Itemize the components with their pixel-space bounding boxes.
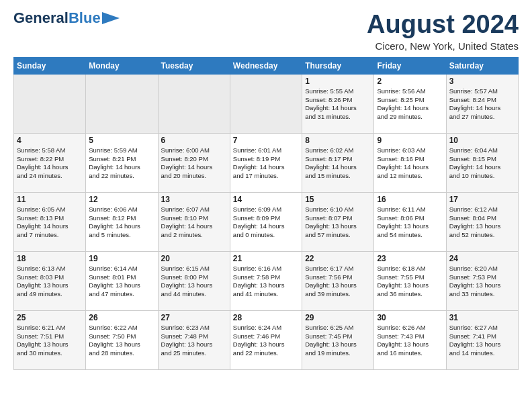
cell-info: Sunrise: 6:27 AM Sunset: 7:41 PM Dayligh…: [449, 324, 515, 358]
day-number: 25: [17, 313, 83, 322]
weekday-header: Tuesday: [158, 57, 230, 74]
calendar-cell: 24Sunrise: 6:20 AM Sunset: 7:53 PM Dayli…: [446, 251, 518, 310]
calendar-cell: [14, 74, 86, 133]
cell-info: Sunrise: 6:11 AM Sunset: 8:06 PM Dayligh…: [377, 205, 443, 240]
calendar-week-row: 1Sunrise: 5:55 AM Sunset: 8:26 PM Daylig…: [14, 74, 519, 133]
cell-info: Sunrise: 6:21 AM Sunset: 7:51 PM Dayligh…: [17, 324, 83, 358]
cell-info: Sunrise: 6:23 AM Sunset: 7:48 PM Dayligh…: [161, 324, 227, 358]
day-number: 23: [377, 254, 443, 263]
cell-info: Sunrise: 6:05 AM Sunset: 8:13 PM Dayligh…: [17, 205, 83, 240]
calendar-table: SundayMondayTuesdayWednesdayThursdayFrid…: [13, 57, 519, 370]
weekday-header: Saturday: [446, 57, 518, 74]
cell-info: Sunrise: 5:58 AM Sunset: 8:22 PM Dayligh…: [17, 146, 83, 181]
calendar-week-row: 18Sunrise: 6:13 AM Sunset: 8:03 PM Dayli…: [14, 251, 519, 310]
day-number: 11: [17, 195, 83, 204]
weekday-header: Monday: [86, 57, 158, 74]
day-number: 14: [233, 195, 299, 204]
day-number: 1: [305, 77, 371, 86]
svg-marker-0: [102, 12, 120, 24]
calendar-cell: 7Sunrise: 6:01 AM Sunset: 8:19 PM Daylig…: [230, 133, 302, 192]
cell-info: Sunrise: 6:25 AM Sunset: 7:45 PM Dayligh…: [305, 324, 371, 358]
day-number: 30: [377, 313, 443, 322]
day-number: 12: [89, 195, 154, 204]
cell-info: Sunrise: 5:57 AM Sunset: 8:24 PM Dayligh…: [449, 87, 515, 122]
cell-info: Sunrise: 6:10 AM Sunset: 8:07 PM Dayligh…: [305, 205, 371, 240]
day-number: 8: [305, 136, 371, 145]
weekday-header: Thursday: [302, 57, 374, 74]
calendar-cell: 15Sunrise: 6:10 AM Sunset: 8:07 PM Dayli…: [302, 192, 374, 251]
calendar-header-row: SundayMondayTuesdayWednesdayThursdayFrid…: [14, 57, 519, 74]
cell-info: Sunrise: 6:09 AM Sunset: 8:09 PM Dayligh…: [233, 205, 299, 240]
day-number: 2: [377, 77, 443, 86]
location: Cicero, New York, United States: [367, 40, 519, 52]
day-number: 20: [161, 254, 227, 263]
calendar-cell: [158, 74, 230, 133]
day-number: 4: [17, 136, 83, 145]
logo-arrow-icon: [102, 12, 120, 24]
cell-info: Sunrise: 6:01 AM Sunset: 8:19 PM Dayligh…: [233, 146, 299, 181]
cell-info: Sunrise: 5:59 AM Sunset: 8:21 PM Dayligh…: [89, 146, 154, 181]
calendar-cell: 12Sunrise: 6:06 AM Sunset: 8:12 PM Dayli…: [86, 192, 158, 251]
cell-info: Sunrise: 6:06 AM Sunset: 8:12 PM Dayligh…: [89, 205, 154, 240]
logo-text: GeneralBlue: [13, 11, 101, 26]
calendar-cell: 22Sunrise: 6:17 AM Sunset: 7:56 PM Dayli…: [302, 251, 374, 310]
day-number: 18: [17, 254, 83, 263]
cell-info: Sunrise: 5:55 AM Sunset: 8:26 PM Dayligh…: [305, 87, 371, 122]
day-number: 7: [233, 136, 299, 145]
calendar-cell: 20Sunrise: 6:15 AM Sunset: 8:00 PM Dayli…: [158, 251, 230, 310]
calendar-cell: 2Sunrise: 5:56 AM Sunset: 8:25 PM Daylig…: [374, 74, 446, 133]
calendar-cell: 28Sunrise: 6:24 AM Sunset: 7:46 PM Dayli…: [230, 310, 302, 369]
calendar-cell: 21Sunrise: 6:16 AM Sunset: 7:58 PM Dayli…: [230, 251, 302, 310]
day-number: 24: [449, 254, 515, 263]
month-title: August 2024: [367, 11, 519, 39]
day-number: 31: [449, 313, 515, 322]
cell-info: Sunrise: 6:03 AM Sunset: 8:16 PM Dayligh…: [377, 146, 443, 181]
day-number: 27: [161, 313, 227, 322]
day-number: 13: [161, 195, 227, 204]
day-number: 15: [305, 195, 371, 204]
day-number: 22: [305, 254, 371, 263]
calendar-cell: [86, 74, 158, 133]
cell-info: Sunrise: 6:00 AM Sunset: 8:20 PM Dayligh…: [161, 146, 227, 181]
calendar-cell: 29Sunrise: 6:25 AM Sunset: 7:45 PM Dayli…: [302, 310, 374, 369]
title-area: August 2024 Cicero, New York, United Sta…: [367, 11, 519, 52]
calendar-cell: 14Sunrise: 6:09 AM Sunset: 8:09 PM Dayli…: [230, 192, 302, 251]
cell-info: Sunrise: 6:17 AM Sunset: 7:56 PM Dayligh…: [305, 265, 371, 299]
day-number: 9: [377, 136, 443, 145]
logo: GeneralBlue: [13, 11, 120, 26]
calendar-cell: 5Sunrise: 5:59 AM Sunset: 8:21 PM Daylig…: [86, 133, 158, 192]
calendar-cell: 8Sunrise: 6:02 AM Sunset: 8:17 PM Daylig…: [302, 133, 374, 192]
calendar-cell: 10Sunrise: 6:04 AM Sunset: 8:15 PM Dayli…: [446, 133, 518, 192]
calendar-cell: 4Sunrise: 5:58 AM Sunset: 8:22 PM Daylig…: [14, 133, 86, 192]
calendar-cell: 31Sunrise: 6:27 AM Sunset: 7:41 PM Dayli…: [446, 310, 518, 369]
cell-info: Sunrise: 6:07 AM Sunset: 8:10 PM Dayligh…: [161, 205, 227, 240]
calendar-week-row: 25Sunrise: 6:21 AM Sunset: 7:51 PM Dayli…: [14, 310, 519, 369]
weekday-header: Friday: [374, 57, 446, 74]
day-number: 26: [89, 313, 154, 322]
cell-info: Sunrise: 6:16 AM Sunset: 7:58 PM Dayligh…: [233, 265, 299, 299]
day-number: 19: [89, 254, 154, 263]
calendar-cell: 1Sunrise: 5:55 AM Sunset: 8:26 PM Daylig…: [302, 74, 374, 133]
day-number: 16: [377, 195, 443, 204]
day-number: 3: [449, 77, 515, 86]
day-number: 10: [449, 136, 515, 145]
calendar-cell: 18Sunrise: 6:13 AM Sunset: 8:03 PM Dayli…: [14, 251, 86, 310]
calendar-week-row: 11Sunrise: 6:05 AM Sunset: 8:13 PM Dayli…: [14, 192, 519, 251]
calendar-body: 1Sunrise: 5:55 AM Sunset: 8:26 PM Daylig…: [14, 74, 519, 369]
calendar-cell: 16Sunrise: 6:11 AM Sunset: 8:06 PM Dayli…: [374, 192, 446, 251]
cell-info: Sunrise: 6:14 AM Sunset: 8:01 PM Dayligh…: [89, 265, 154, 299]
calendar-cell: [230, 74, 302, 133]
calendar-cell: 26Sunrise: 6:22 AM Sunset: 7:50 PM Dayli…: [86, 310, 158, 369]
day-number: 28: [233, 313, 299, 322]
cell-info: Sunrise: 6:26 AM Sunset: 7:43 PM Dayligh…: [377, 324, 443, 358]
day-number: 6: [161, 136, 227, 145]
cell-info: Sunrise: 6:22 AM Sunset: 7:50 PM Dayligh…: [89, 324, 154, 358]
calendar-cell: 17Sunrise: 6:12 AM Sunset: 8:04 PM Dayli…: [446, 192, 518, 251]
calendar-cell: 23Sunrise: 6:18 AM Sunset: 7:55 PM Dayli…: [374, 251, 446, 310]
calendar-cell: 13Sunrise: 6:07 AM Sunset: 8:10 PM Dayli…: [158, 192, 230, 251]
cell-info: Sunrise: 6:24 AM Sunset: 7:46 PM Dayligh…: [233, 324, 299, 358]
cell-info: Sunrise: 6:02 AM Sunset: 8:17 PM Dayligh…: [305, 146, 371, 181]
calendar-cell: 3Sunrise: 5:57 AM Sunset: 8:24 PM Daylig…: [446, 74, 518, 133]
cell-info: Sunrise: 6:04 AM Sunset: 8:15 PM Dayligh…: [449, 146, 515, 181]
cell-info: Sunrise: 6:13 AM Sunset: 8:03 PM Dayligh…: [17, 265, 83, 299]
